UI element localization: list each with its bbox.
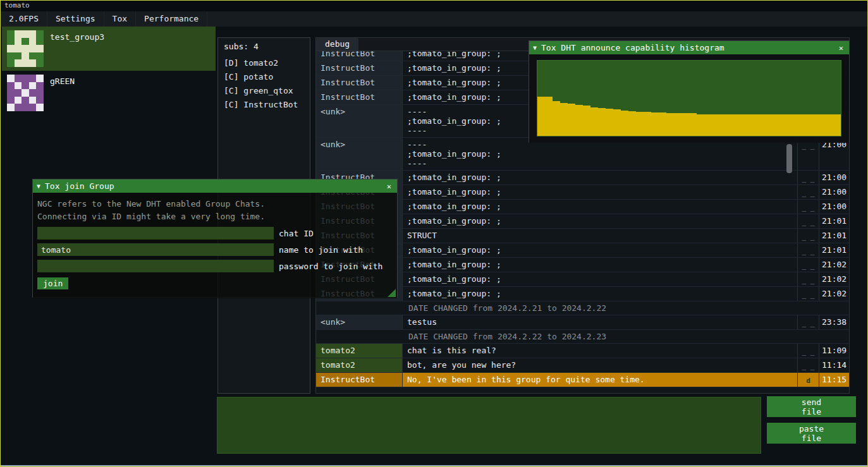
message-text: No, I've been in this group for quite so…: [403, 373, 797, 387]
window-titlebar[interactable]: tomato: [1, 1, 867, 11]
message-text: ;tomato_in_group: ;: [403, 243, 797, 257]
message-input[interactable]: [217, 397, 761, 454]
menubar: 2.0FPS SettingsToxPerformance: [1, 11, 867, 27]
date-changed-row: DATE CHANGED from 2024.2.21 to 2024.2.22: [316, 301, 849, 315]
subs-list: [D] tomato2[C] potato[C] green_qtox[C] I…: [218, 56, 310, 112]
message-text: ;tomato_in_group: ;: [403, 272, 797, 286]
histogram-bar: [689, 113, 697, 136]
contact-avatar: [7, 30, 44, 67]
avatar-pixel: [36, 45, 44, 52]
collapse-icon[interactable]: ▼: [37, 183, 40, 190]
join-window-titlebar[interactable]: ▼ Tox join Group ✕: [33, 179, 397, 193]
avatar-pixel: [36, 59, 44, 67]
avatar-pixel: [7, 52, 15, 60]
avatar-pixel: [21, 89, 29, 97]
collapse-icon[interactable]: ▼: [533, 44, 537, 51]
avatar-pixel: [7, 38, 15, 45]
message-status-flags: _ _: [797, 185, 819, 199]
message-timestamp: 21:01: [819, 229, 849, 243]
message-timestamp: 21:02: [819, 258, 849, 272]
histogram-bar: [719, 114, 727, 136]
avatar-pixel: [36, 30, 44, 38]
avatar-pixel: [21, 30, 29, 38]
avatar-pixel: [15, 38, 22, 45]
tab-debug[interactable]: debug: [316, 38, 358, 51]
histogram-bar: [644, 112, 651, 136]
avatar-pixel: [15, 30, 22, 38]
message-status-flags: d: [797, 373, 819, 387]
histogram-bar: [666, 113, 674, 136]
subs-list-item[interactable]: [C] green_qtox: [218, 84, 310, 98]
subs-list-item[interactable]: [C] potato: [218, 70, 310, 84]
histogram-window: ▼ Tox DHT announce capability histogram …: [529, 40, 850, 143]
histogram-bar: [750, 114, 757, 136]
message-timestamp: 11:09: [819, 344, 849, 358]
contact-name: gREEN: [50, 76, 75, 86]
message-status-flags: _ _: [797, 243, 819, 257]
join-field-row: password to join with: [37, 260, 393, 272]
fps-counter: 2.0FPS: [1, 11, 47, 27]
window-bottom-edge: [1, 465, 867, 466]
menu-item-settings[interactable]: Settings: [47, 11, 104, 27]
avatar-pixel: [7, 89, 15, 97]
message-timestamp: 21:00: [819, 171, 849, 185]
message-sender: <unk>: [316, 138, 403, 170]
join-input-1[interactable]: [37, 243, 274, 256]
avatar-pixel: [29, 38, 37, 45]
contact-item[interactable]: test_group3: [2, 27, 216, 71]
avatar-pixel: [36, 38, 44, 45]
avatar-pixel: [21, 75, 29, 82]
message-status-flags: _ _: [797, 358, 819, 372]
avatar-pixel: [36, 75, 44, 82]
join-input-0[interactable]: [37, 227, 274, 240]
chat-message-row[interactable]: tomato2bot, are you new here?_ _11:14: [316, 358, 849, 373]
message-status-flags: _ _: [797, 287, 819, 301]
histogram-bar: [621, 111, 628, 136]
message-timestamp: 11:15: [819, 373, 849, 387]
close-icon[interactable]: ✕: [837, 44, 845, 52]
message-sender: InstructBot: [316, 373, 403, 387]
menubar-items: SettingsToxPerformance: [47, 11, 207, 27]
close-icon[interactable]: ✕: [385, 182, 393, 191]
join-field-label: chat ID: [279, 229, 314, 238]
paste-file-button[interactable]: paste file: [767, 423, 856, 444]
histogram-bar: [712, 114, 719, 136]
avatar-pixel: [21, 59, 29, 67]
menu-item-tox[interactable]: Tox: [104, 11, 136, 27]
avatar-pixel: [15, 104, 22, 111]
menu-item-performance[interactable]: Performance: [136, 11, 207, 27]
histogram-bar: [765, 114, 773, 136]
resize-grip-icon[interactable]: [388, 289, 396, 297]
join-input-2[interactable]: [37, 260, 274, 272]
app-window: tomato 2.0FPS SettingsToxPerformance tes…: [0, 0, 868, 467]
subs-list-item[interactable]: [C] InstructBot: [218, 98, 310, 112]
histogram-window-title: Tox DHT announce capability histogram: [541, 43, 833, 52]
histogram-bar: [628, 111, 636, 136]
avatar-pixel: [7, 59, 15, 67]
avatar-pixel: [21, 104, 29, 111]
contact-item[interactable]: gREEN: [2, 71, 216, 115]
chat-message-row[interactable]: <unk>testus_ _23:38: [316, 315, 849, 330]
message-timestamp: 21:01: [819, 243, 849, 257]
message-timestamp: 23:38: [819, 315, 849, 329]
histogram-bar: [583, 106, 590, 136]
send-file-button[interactable]: send file: [767, 396, 856, 417]
join-fields: chat IDname to join withpassword to join…: [37, 227, 393, 272]
message-text: bot, are you new here?: [403, 358, 797, 372]
subs-list-item[interactable]: [D] tomato2: [218, 56, 310, 70]
message-text: ;tomato_in_group: ;: [403, 171, 797, 185]
histogram-bar: [659, 112, 666, 136]
avatar-pixel: [7, 75, 15, 82]
message-timestamp: 21:01: [819, 214, 849, 228]
avatar-pixel: [21, 38, 29, 45]
chat-message-row[interactable]: tomato2chat is this real?_ _11:09: [316, 344, 849, 358]
histogram-bar: [810, 114, 818, 136]
histogram-bar: [636, 112, 644, 136]
message-text: ;tomato_in_group: ;: [403, 200, 797, 214]
join-button[interactable]: join: [37, 277, 68, 289]
histogram-window-titlebar[interactable]: ▼ Tox DHT announce capability histogram …: [529, 41, 849, 54]
message-status-flags: _ _: [797, 171, 819, 185]
message-text: testus: [403, 315, 797, 329]
chat-message-row[interactable]: InstructBotNo, I've been in this group f…: [316, 373, 849, 387]
chat-scrollbar-thumb[interactable]: [786, 144, 792, 173]
